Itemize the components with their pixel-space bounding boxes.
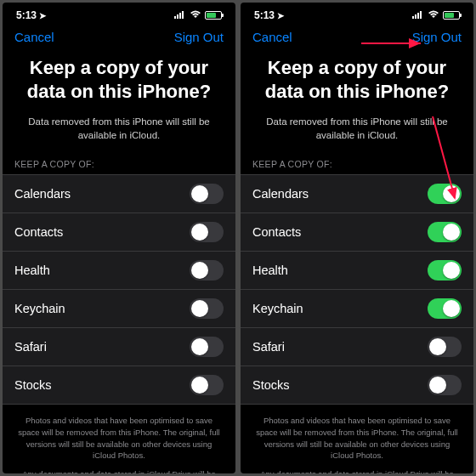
toggle-contacts[interactable]: [190, 222, 224, 242]
cancel-button[interactable]: Cancel: [252, 30, 292, 44]
toggle-safari[interactable]: [428, 337, 462, 357]
row-contacts: Contacts: [3, 213, 235, 252]
signout-button[interactable]: Sign Out: [174, 30, 224, 44]
row-safari: Safari: [241, 328, 473, 366]
row-keychain: Keychain: [241, 290, 473, 328]
page-title: Keep a copy of your data on this iPhone?: [241, 53, 473, 115]
svg-rect-6: [417, 13, 419, 19]
row-keychain: Keychain: [3, 290, 235, 328]
svg-rect-4: [412, 16, 414, 19]
row-label: Stocks: [252, 378, 290, 392]
page-subtitle: Data removed from this iPhone will still…: [3, 115, 235, 159]
row-calendars: Calendars: [3, 175, 235, 213]
location-icon: ➤: [39, 11, 46, 20]
section-header: Keep a copy of:: [241, 159, 473, 174]
toggle-health[interactable]: [190, 260, 224, 280]
page-title: Keep a copy of your data on this iPhone?: [3, 53, 235, 115]
toggle-calendars[interactable]: [190, 184, 224, 204]
row-safari: Safari: [3, 328, 235, 366]
footer-text: Photos and videos that have been optimis…: [241, 405, 473, 473]
row-contacts: Contacts: [241, 213, 473, 252]
row-label: Stocks: [14, 378, 52, 392]
row-calendars: Calendars: [241, 175, 473, 213]
page-subtitle: Data removed from this iPhone will still…: [241, 115, 473, 159]
status-bar: 5:13 ➤: [3, 3, 235, 25]
row-label: Safari: [252, 340, 285, 354]
nav-bar: Cancel Sign Out: [3, 25, 235, 53]
row-health: Health: [3, 252, 235, 290]
toggle-keychain[interactable]: [190, 298, 224, 319]
phone-left: 5:13 ➤ Cancel Sign Out Keep a copy of yo…: [3, 3, 235, 473]
toggle-keychain[interactable]: [428, 298, 462, 319]
svg-rect-1: [177, 14, 178, 19]
toggle-stocks[interactable]: [190, 375, 224, 395]
battery-icon: [205, 11, 222, 20]
svg-rect-7: [420, 11, 422, 19]
row-label: Keychain: [252, 302, 303, 315]
row-health: Health: [241, 252, 473, 290]
nav-bar: Cancel Sign Out: [241, 25, 473, 53]
row-label: Health: [252, 264, 288, 277]
row-label: Safari: [14, 340, 47, 354]
status-bar: 5:13 ➤: [241, 3, 473, 25]
row-stocks: Stocks: [241, 366, 473, 405]
location-icon: ➤: [277, 11, 284, 20]
toggle-calendars[interactable]: [428, 184, 462, 204]
toggle-contacts[interactable]: [428, 222, 462, 242]
wifi-icon: [190, 9, 201, 21]
svg-rect-5: [415, 14, 416, 19]
row-label: Keychain: [14, 302, 65, 315]
section-header: Keep a copy of:: [3, 159, 235, 174]
wifi-icon: [428, 9, 439, 21]
footer-text: Photos and videos that have been optimis…: [3, 405, 235, 473]
signal-icon: [412, 9, 424, 21]
status-time: 5:13: [16, 9, 37, 21]
battery-icon: [443, 11, 460, 20]
row-label: Health: [14, 264, 50, 277]
row-stocks: Stocks: [3, 366, 235, 405]
toggle-list: Calendars Contacts Health Keychain Safar…: [241, 174, 473, 405]
svg-rect-3: [182, 11, 184, 19]
toggle-list: Calendars Contacts Health Keychain Safar…: [3, 174, 235, 405]
status-time: 5:13: [254, 9, 275, 21]
row-label: Contacts: [14, 225, 63, 239]
phone-right: 5:13 ➤ Cancel Sign Out Keep a copy of yo…: [241, 3, 473, 473]
signout-button[interactable]: Sign Out: [412, 30, 462, 44]
signal-icon: [174, 9, 186, 21]
row-label: Calendars: [14, 187, 71, 201]
cancel-button[interactable]: Cancel: [14, 30, 54, 44]
toggle-health[interactable]: [428, 260, 462, 280]
svg-rect-2: [179, 13, 181, 19]
svg-rect-0: [174, 16, 176, 19]
toggle-stocks[interactable]: [428, 375, 462, 395]
toggle-safari[interactable]: [190, 337, 224, 357]
row-label: Calendars: [252, 187, 309, 201]
row-label: Contacts: [252, 225, 301, 239]
